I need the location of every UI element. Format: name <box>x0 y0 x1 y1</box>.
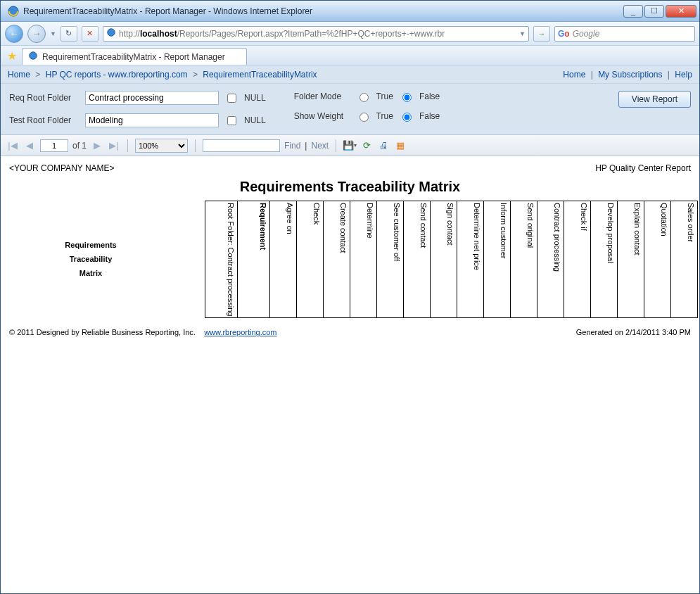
crumb-folder[interactable]: HP QC reports - www.rbreporting.com <box>46 70 188 80</box>
maximize-button[interactable]: ☐ <box>644 5 664 18</box>
history-dropdown-icon[interactable]: ▼ <box>50 30 56 37</box>
tab-icon <box>28 51 38 63</box>
close-button[interactable]: ✕ <box>666 5 696 18</box>
matrix-corner-label: RequirementsTraceabilityMatrix <box>9 201 172 318</box>
traceability-matrix: RequirementsTraceabilityMatrixRoot Folde… <box>9 201 698 318</box>
view-report-button[interactable]: View Report <box>618 91 691 108</box>
nav-help[interactable]: Help <box>675 70 692 80</box>
report-parameters: Req Root Folder NULL Test Root Folder NU… <box>1 84 699 135</box>
col-header: Check if <box>564 201 590 318</box>
print-icon[interactable]: 🖨 <box>377 139 390 152</box>
address-bar[interactable]: http://localhost/Reports/Pages/Report.as… <box>103 26 529 42</box>
param-label-test-root: Test Root Folder <box>9 115 79 125</box>
col-header: Determine net price <box>457 201 483 318</box>
true-label-2: True <box>376 111 393 121</box>
google-icon: Go <box>558 29 570 39</box>
col-root-folder: Root Folder: Contract processing <box>205 201 237 318</box>
show-weight-false-radio[interactable] <box>402 113 412 122</box>
show-weight-label: Show Weight <box>294 111 350 121</box>
find-link[interactable]: Find <box>284 141 300 151</box>
col-header: Sales order <box>670 201 697 318</box>
null-label-2: NULL <box>244 115 266 125</box>
col-header: Inform customer <box>483 201 510 318</box>
feed-icon[interactable]: ▦ <box>394 139 407 152</box>
false-label-1: False <box>419 91 440 101</box>
refresh-report-icon[interactable]: ⟳ <box>360 139 373 152</box>
false-label-2: False <box>419 111 440 121</box>
favorites-icon[interactable]: ★ <box>5 49 19 63</box>
test-root-null-checkbox[interactable] <box>227 116 236 125</box>
col-header: Create contact <box>323 201 350 318</box>
col-header: Agree on <box>269 201 296 318</box>
col-header: Send original <box>510 201 537 318</box>
prev-page-icon[interactable]: ◀ <box>23 139 36 152</box>
nav-home[interactable]: Home <box>563 70 585 80</box>
page-of-label: of 1 <box>72 141 87 151</box>
last-page-icon[interactable]: ▶| <box>108 139 120 152</box>
refresh-button[interactable]: ↻ <box>61 26 77 42</box>
stop-button[interactable]: ✕ <box>82 26 98 42</box>
svg-point-2 <box>30 52 37 60</box>
test-root-input[interactable] <box>85 113 219 127</box>
breadcrumb: Home > HP QC reports - www.rbreporting.c… <box>1 65 699 84</box>
report-source: HP Quality Center Report <box>595 163 691 173</box>
col-header: Explain contact <box>617 201 644 318</box>
export-icon[interactable]: 💾▾ <box>343 139 356 152</box>
app-icon <box>8 6 19 17</box>
tab-label: RequirementTraceabilityMatrix - Report M… <box>42 52 225 62</box>
zoom-select[interactable]: 100% <box>135 139 188 153</box>
req-root-null-checkbox[interactable] <box>227 94 236 103</box>
crumb-report[interactable]: RequirementTraceabilityMatrix <box>203 70 317 80</box>
page-content: Home > HP QC reports - www.rbreporting.c… <box>1 65 699 593</box>
page-icon <box>106 27 116 39</box>
svg-point-1 <box>108 29 115 37</box>
folder-mode-false-radio[interactable] <box>402 93 412 102</box>
footer-copyright: © 2011 Designed by Reliable Business Rep… <box>9 328 196 336</box>
page-number-input[interactable] <box>40 139 68 152</box>
col-header: Contract processing <box>537 201 564 318</box>
next-page-icon[interactable]: ▶ <box>91 139 103 152</box>
minimize-button[interactable]: _ <box>623 5 643 18</box>
search-placeholder: Google <box>573 29 600 39</box>
find-input[interactable] <box>203 139 280 152</box>
forward-button[interactable]: → <box>27 25 46 43</box>
report-body: <YOUR COMPANY NAME> HP Quality Center Re… <box>1 156 699 593</box>
col-header: See customer off <box>376 201 403 318</box>
footer-generated: Generated on 2/14/2011 3:40 PM <box>576 328 691 336</box>
folder-mode-label: Folder Mode <box>294 91 350 101</box>
browser-navbar: ← → ▼ ↻ ✕ http://localhost/Reports/Pages… <box>1 22 699 46</box>
report-toolbar: |◀ ◀ of 1 ▶ ▶| 100% Find | Next 💾▾ ⟳ 🖨 ▦ <box>1 135 699 156</box>
company-name: <YOUR COMPANY NAME> <box>9 163 115 173</box>
url-text: http://localhost/Reports/Pages/Report.as… <box>119 29 516 39</box>
window-titlebar: RequirementTraceabilityMatrix - Report M… <box>1 1 699 22</box>
col-header: Check <box>296 201 323 318</box>
crumb-home[interactable]: Home <box>8 70 30 80</box>
param-label-req-root: Req Root Folder <box>9 93 79 103</box>
col-header: Send contact <box>403 201 430 318</box>
report-title: Requirements Traceability Matrix <box>9 179 691 195</box>
folder-mode-true-radio[interactable] <box>359 93 369 102</box>
search-box[interactable]: Go Google <box>554 26 695 42</box>
window-title: RequirementTraceabilityMatrix - Report M… <box>23 6 623 16</box>
requirement-header: Requirement <box>237 201 269 318</box>
browser-tab[interactable]: RequirementTraceabilityMatrix - Report M… <box>22 48 247 65</box>
nav-subscriptions[interactable]: My Subscriptions <box>598 70 662 80</box>
null-label-1: NULL <box>244 93 266 103</box>
go-button[interactable]: → <box>533 26 550 42</box>
true-label-1: True <box>376 91 393 101</box>
browser-tabrow: ★ RequirementTraceabilityMatrix - Report… <box>1 46 699 65</box>
first-page-icon[interactable]: |◀ <box>6 139 19 152</box>
show-weight-true-radio[interactable] <box>359 113 369 122</box>
req-root-input[interactable] <box>85 91 219 105</box>
col-header: Determine <box>350 201 376 318</box>
col-header: Quotation <box>644 201 670 318</box>
col-header: Sign contact <box>430 201 457 318</box>
footer-link[interactable]: www.rbreporting.com <box>204 328 276 336</box>
col-header: Develop proposal <box>590 201 617 318</box>
back-button[interactable]: ← <box>5 25 23 43</box>
url-dropdown-icon[interactable]: ▼ <box>519 30 526 37</box>
find-next-link[interactable]: Next <box>311 141 329 151</box>
